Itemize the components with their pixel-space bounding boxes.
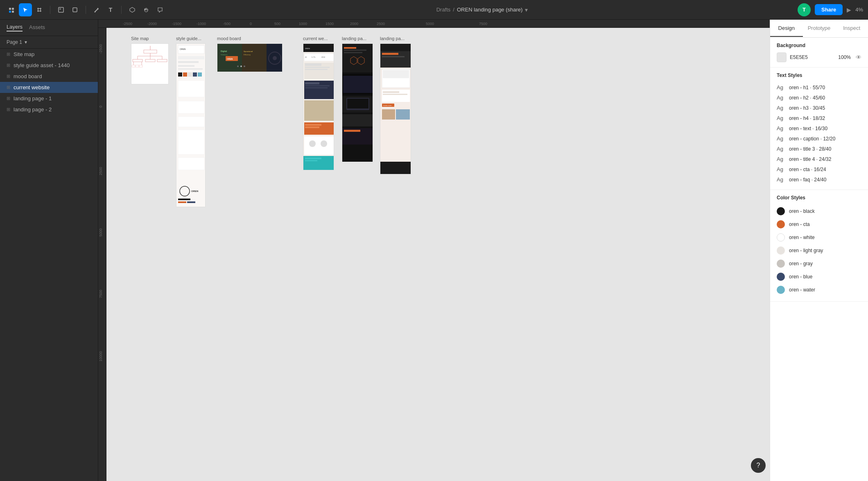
breadcrumb-separator: / xyxy=(453,7,454,13)
svg-rect-81 xyxy=(304,136,334,155)
toolbar-right: T Share ▶ 4% xyxy=(798,3,863,16)
ag-label-1: Ag xyxy=(777,95,785,101)
text-style-item-3[interactable]: Ag oren - h4 · 18/32 xyxy=(777,113,861,123)
ag-label-2: Ag xyxy=(777,105,785,111)
text-style-item-7[interactable]: Ag oren - title 4 · 24/32 xyxy=(777,154,861,164)
ruler-label-v-10000: 10000 xyxy=(99,351,103,361)
layers-list: ⊞ Site map ⊞ style guide asset - 1440 ⊞ … xyxy=(0,49,98,115)
text-style-item-0[interactable]: Ag oren - h1 · 55/70 xyxy=(777,82,861,93)
svg-text:OREN: OREN xyxy=(305,47,310,50)
frame-moodboard[interactable]: Digital Solutions Operational Efficiency… xyxy=(217,43,283,72)
color-style-item-6[interactable]: oren - water xyxy=(777,283,861,296)
text-style-item-2[interactable]: Ag oren - h3 · 30/45 xyxy=(777,103,861,113)
components-button[interactable] xyxy=(126,3,139,16)
text-styles-list: Ag oren - h1 · 55/70 Ag oren - h2 · 45/6… xyxy=(777,82,861,185)
frame-current[interactable]: OREN 45 5-7% 2050 xyxy=(303,43,334,170)
move-tool-button2[interactable] xyxy=(33,3,46,16)
svg-rect-6 xyxy=(73,8,77,12)
layer-item-sitemap[interactable]: ⊞ Site map xyxy=(0,49,98,60)
svg-rect-38 xyxy=(178,101,204,113)
color-swatch-3 xyxy=(777,246,785,255)
shape-tool-button[interactable] xyxy=(68,3,81,16)
zoom-level[interactable]: 4% xyxy=(855,7,863,13)
tab-layers[interactable]: Layers xyxy=(7,24,23,32)
move-tool-button[interactable] xyxy=(19,3,32,16)
svg-rect-32 xyxy=(178,72,182,77)
title-dropdown-icon[interactable]: ▾ xyxy=(525,7,528,13)
layer-item-styleguide[interactable]: ⊞ style guide asset - 1440 xyxy=(0,60,98,71)
text-style-item-6[interactable]: Ag oren - title 3 · 28/40 xyxy=(777,144,861,154)
svg-rect-39 xyxy=(178,117,204,127)
tab-design[interactable]: Design xyxy=(770,20,803,37)
color-style-item-3[interactable]: oren - light gray xyxy=(777,244,861,257)
text-style-item-1[interactable]: Ag oren - h2 · 45/60 xyxy=(777,93,861,103)
frame-landing1[interactable] xyxy=(342,43,373,162)
background-hex[interactable]: E5E5E5 xyxy=(790,54,835,60)
tab-prototype[interactable]: Prototype xyxy=(803,20,836,37)
tab-inspect[interactable]: Inspect xyxy=(835,20,868,37)
svg-rect-0 xyxy=(9,8,11,10)
layer-item-moodboard[interactable]: ⊞ mood board xyxy=(0,71,98,82)
svg-rect-46 xyxy=(187,201,195,203)
comment-button[interactable] xyxy=(154,3,167,16)
color-swatch-6 xyxy=(777,286,785,294)
text-style-item-4[interactable]: Ag oren - text · 16/30 xyxy=(777,123,861,133)
svg-rect-71 xyxy=(305,67,330,68)
topbar: T Drafts / OREN landing p xyxy=(0,0,868,20)
svg-rect-76 xyxy=(305,87,328,88)
svg-rect-91 xyxy=(344,52,362,53)
tool-group-draw: T xyxy=(90,3,117,16)
background-swatch[interactable] xyxy=(777,52,787,62)
frame-icon-moodboard: ⊞ xyxy=(7,74,10,79)
color-style-item-5[interactable]: oren - blue xyxy=(777,270,861,283)
panel-tab-bar: Design Prototype Inspect xyxy=(770,20,868,38)
ag-label-3: Ag xyxy=(777,115,785,121)
color-name-2: oren - white xyxy=(789,235,815,240)
background-opacity[interactable]: 100% xyxy=(838,54,851,60)
page-selector[interactable]: Page 1 ▾ xyxy=(0,36,98,49)
color-name-4: oren - gray xyxy=(789,261,813,266)
svg-text:OREN: OREN xyxy=(180,48,186,50)
ruler-label-2000: 2000 xyxy=(350,22,358,26)
hand-tool-button[interactable] xyxy=(140,3,153,16)
share-button[interactable]: Share xyxy=(815,4,843,15)
text-style-item-9[interactable]: Ag oren - faq · 24/40 xyxy=(777,174,861,185)
canvas[interactable]: -2500 -2000 -1500 -1000 -500 0 500 1000 … xyxy=(98,20,770,481)
pen-tool-button[interactable] xyxy=(90,3,103,16)
right-panel: Design Prototype Inspect Background E5E5… xyxy=(770,20,868,481)
tab-assets[interactable]: Assets xyxy=(29,24,45,31)
frame-styleguide[interactable]: OREN xyxy=(176,43,206,207)
background-visibility-icon[interactable]: 👁 xyxy=(856,54,861,61)
color-style-item-2[interactable]: oren - white xyxy=(777,231,861,244)
color-swatch-5 xyxy=(777,273,785,281)
frame-landing2[interactable]: Learn more xyxy=(380,43,411,174)
color-style-item-1[interactable]: oren - cta xyxy=(777,218,861,231)
breadcrumb-drafts[interactable]: Drafts xyxy=(436,7,451,13)
layer-item-landing2[interactable]: ⊞ landing page - 2 xyxy=(0,104,98,115)
frame-tool-button[interactable] xyxy=(54,3,68,16)
color-swatch-1 xyxy=(777,220,785,228)
color-style-item-0[interactable]: oren - black xyxy=(777,205,861,218)
layer-item-landing1[interactable]: ⊞ landing page - 1 xyxy=(0,93,98,104)
svg-text:Digital: Digital xyxy=(221,50,227,52)
color-style-item-4[interactable]: oren - gray xyxy=(777,257,861,270)
canvas-content[interactable]: Site map xyxy=(106,28,770,481)
frame-sitemap[interactable] xyxy=(131,43,169,84)
ruler-vertical: -2500 0 2500 5000 7500 10000 xyxy=(98,28,106,481)
menu-button[interactable] xyxy=(5,3,18,16)
text-style-item-8[interactable]: Ag oren - cta · 16/24 xyxy=(777,164,861,174)
layer-label-current: current website xyxy=(14,84,50,90)
layer-item-current[interactable]: ⊞ current website xyxy=(0,82,98,93)
avatar[interactable]: T xyxy=(798,3,811,16)
text-style-item-5[interactable]: Ag oren - caption · 12/20 xyxy=(777,133,861,144)
text-tool-button[interactable]: T xyxy=(104,3,117,16)
play-button[interactable]: ▶ xyxy=(847,7,851,13)
svg-text:45: 45 xyxy=(305,56,307,58)
help-button[interactable]: ? xyxy=(751,458,766,473)
svg-rect-41 xyxy=(178,158,204,170)
svg-rect-3 xyxy=(12,11,14,13)
style-name-6: oren - title 3 · 28/40 xyxy=(789,146,831,152)
ruler-label-2500: 2500 xyxy=(377,22,385,26)
svg-rect-102 xyxy=(342,146,373,162)
svg-rect-95 xyxy=(343,76,373,93)
